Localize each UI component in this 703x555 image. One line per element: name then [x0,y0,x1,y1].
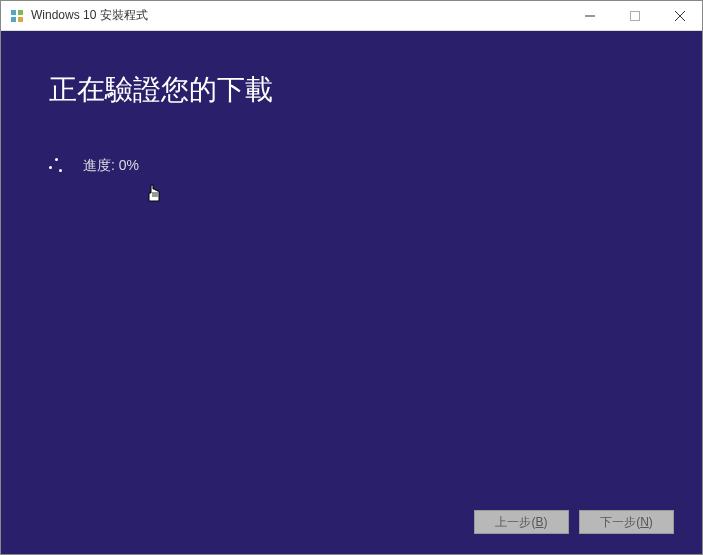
window-controls [567,1,702,30]
titlebar: Windows 10 安裝程式 [1,1,702,31]
minimize-button[interactable] [567,1,612,30]
progress-row: 進度: 0% [49,157,654,175]
progress-label: 進度: 0% [83,157,139,175]
close-button[interactable] [657,1,702,30]
next-button-label: 下一步( [600,514,640,531]
footer-buttons: 上一步(B) 下一步(N) [1,510,702,534]
svg-rect-5 [630,11,639,20]
content-area: 正在驗證您的下載 進度: 0% 上一步(B) 下一步(N) [1,31,702,554]
back-button-close: ) [544,515,548,529]
page-heading: 正在驗證您的下載 [49,71,654,109]
installer-window: Windows 10 安裝程式 正在驗證您的下載 進度: 0% [0,0,703,555]
next-button-close: ) [649,515,653,529]
back-button-label: 上一步( [495,514,535,531]
cursor-icon [145,183,165,211]
svg-rect-2 [11,17,16,22]
app-icon [9,8,25,24]
next-button-hotkey: N [640,515,649,529]
svg-rect-0 [11,10,16,15]
svg-rect-3 [18,17,23,22]
maximize-button[interactable] [612,1,657,30]
next-button[interactable]: 下一步(N) [579,510,674,534]
window-title: Windows 10 安裝程式 [31,7,567,24]
spinner-icon [49,158,65,174]
back-button[interactable]: 上一步(B) [474,510,569,534]
svg-rect-1 [18,10,23,15]
back-button-hotkey: B [535,515,543,529]
